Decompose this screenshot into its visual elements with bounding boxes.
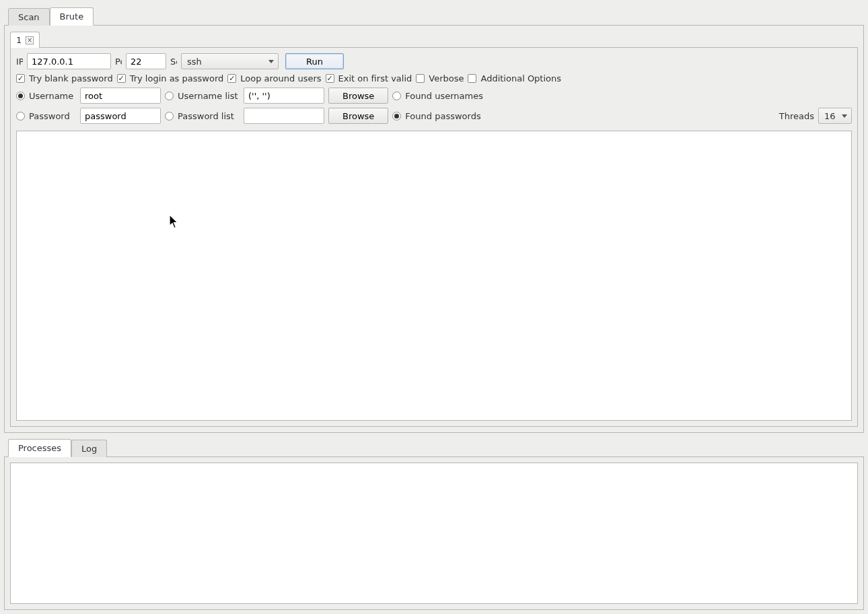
username-row: Username Username list Browse Found user…	[16, 88, 852, 104]
service-select[interactable]: ssh	[181, 53, 279, 69]
tab-log-label: Log	[81, 444, 97, 454]
bottom-panel	[4, 456, 864, 610]
tab-processes[interactable]: Processes	[8, 439, 71, 457]
threads-value: 16	[824, 111, 836, 121]
password-radio-label: Password	[29, 111, 76, 121]
top-tabstrip: Scan Brute	[8, 7, 864, 25]
session-panel: IP Port Service ssh Run	[10, 47, 858, 427]
session-tab-label: 1	[16, 35, 22, 45]
password-list-radio[interactable]: Password list	[165, 111, 240, 121]
target-row: IP Port Service ssh Run	[16, 53, 852, 69]
radio-icon	[16, 112, 25, 121]
radio-icon	[165, 92, 174, 100]
loop-users-checkbox[interactable]: Loop around users	[227, 73, 321, 83]
try-blank-checkbox[interactable]: Try blank password	[16, 73, 113, 83]
chevron-down-icon	[268, 60, 274, 63]
username-list-input[interactable]	[244, 88, 324, 104]
found-passwords-radio[interactable]: Found passwords	[392, 111, 480, 121]
brute-output[interactable]	[16, 131, 852, 421]
checkbox-icon	[16, 74, 25, 83]
radio-icon	[165, 112, 174, 121]
exit-first-checkbox[interactable]: Exit on first valid	[326, 73, 412, 83]
checkbox-icon	[416, 74, 425, 83]
service-select-value: ssh	[187, 57, 202, 67]
found-usernames-radio[interactable]: Found usernames	[392, 91, 483, 101]
username-list-radio-label: Username list	[178, 91, 240, 101]
brute-panel: 1 × IP Port Service ssh R	[4, 25, 864, 433]
login-as-password-checkbox[interactable]: Try login as password	[117, 73, 224, 83]
password-list-radio-label: Password list	[178, 111, 240, 121]
tab-scan[interactable]: Scan	[8, 8, 50, 26]
verbose-label: Verbose	[429, 73, 464, 83]
loop-users-label: Loop around users	[240, 73, 321, 83]
ip-input[interactable]	[27, 53, 111, 69]
port-label: Port	[115, 57, 122, 67]
additional-options-checkbox[interactable]: Additional Options	[468, 73, 561, 83]
exit-first-label: Exit on first valid	[338, 73, 412, 83]
password-input[interactable]	[80, 108, 161, 124]
found-usernames-label: Found usernames	[405, 91, 483, 101]
tab-brute[interactable]: Brute	[50, 7, 94, 26]
username-input[interactable]	[80, 88, 161, 104]
additional-options-label: Additional Options	[480, 73, 561, 83]
run-button[interactable]: Run	[285, 53, 344, 69]
password-row: Password Password list Browse Found pass…	[16, 108, 852, 124]
username-browse-button[interactable]: Browse	[328, 88, 388, 104]
username-list-radio[interactable]: Username list	[165, 91, 240, 101]
radio-icon	[392, 112, 401, 121]
login-as-password-label: Try login as password	[130, 73, 224, 83]
session-tabstrip: 1 ×	[10, 31, 863, 47]
radio-icon	[16, 92, 25, 100]
options-row: Try blank password Try login as password…	[16, 73, 852, 83]
username-radio[interactable]: Username	[16, 91, 76, 101]
password-browse-button[interactable]: Browse	[328, 108, 388, 124]
found-passwords-label: Found passwords	[405, 111, 480, 121]
tab-brute-label: Brute	[60, 11, 84, 22]
checkbox-icon	[117, 74, 126, 83]
close-icon[interactable]: ×	[26, 36, 34, 44]
ip-label: IP	[16, 57, 23, 67]
run-button-label: Run	[306, 57, 323, 67]
service-label: Service	[170, 57, 177, 67]
port-input[interactable]	[126, 53, 166, 69]
username-radio-label: Username	[29, 91, 76, 101]
verbose-checkbox[interactable]: Verbose	[416, 73, 464, 83]
tab-processes-label: Processes	[18, 443, 61, 453]
bottom-tabstrip: Processes Log	[8, 438, 864, 456]
try-blank-label: Try blank password	[29, 73, 113, 83]
chevron-down-icon	[842, 114, 847, 118]
tab-scan-label: Scan	[18, 12, 40, 22]
processes-output[interactable]	[10, 463, 858, 604]
username-browse-label: Browse	[342, 91, 374, 101]
password-list-input[interactable]	[244, 108, 324, 124]
radio-icon	[392, 92, 401, 100]
session-tab-1[interactable]: 1 ×	[10, 32, 40, 48]
checkbox-icon	[227, 74, 236, 83]
password-radio[interactable]: Password	[16, 111, 76, 121]
checkbox-icon	[326, 74, 334, 83]
checkbox-icon	[468, 74, 476, 83]
password-browse-label: Browse	[342, 111, 374, 121]
threads-select[interactable]: 16	[818, 108, 852, 124]
tab-log[interactable]: Log	[71, 440, 107, 457]
threads-label: Threads	[779, 111, 814, 121]
